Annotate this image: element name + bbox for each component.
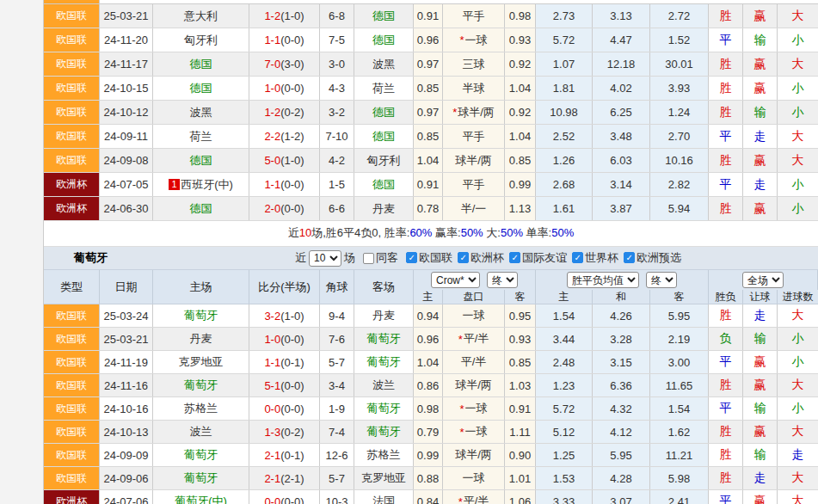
match-score: 2-1(2-1)	[249, 467, 320, 489]
away-team-name: 丹麦	[372, 201, 395, 217]
subheader-handicap-home: 主	[414, 290, 443, 304]
table-row: 欧国联 24-11-20 匈牙利 1-1(0-0) 7-5 德国 0.96 *一…	[44, 28, 818, 52]
result-goals: 小	[778, 101, 818, 124]
league-filter-checkbox[interactable]	[572, 252, 583, 263]
handicap-home-odds: 0.79	[414, 421, 443, 443]
final-odds-select-2[interactable]: 终	[646, 272, 677, 288]
league-badge: 欧国联	[44, 149, 100, 172]
result-outcome: 平	[709, 173, 743, 196]
league-name: 欧国联	[56, 355, 87, 370]
summary-segment: 50%	[461, 226, 483, 239]
result-goals: 小	[778, 351, 818, 373]
avg-odds-select[interactable]: 胜平负均值	[567, 272, 639, 288]
scope-select[interactable]: 全场	[742, 272, 784, 288]
fulltime-score: 1-1	[264, 34, 280, 46]
avg-away-odds: 5.94	[650, 197, 709, 220]
match-date: 25-03-21	[100, 328, 153, 350]
away-team-name: 匈牙利	[367, 153, 401, 169]
result-outcome: 胜	[709, 304, 743, 327]
away-team: 波兰	[354, 374, 414, 396]
match-date: 24-07-05	[100, 173, 153, 196]
league-filter-checkbox[interactable]	[406, 252, 417, 263]
league-filter-group: 欧国联欧洲杯国际友谊世界杯欧洲预选	[401, 250, 681, 267]
league-filter-checkbox[interactable]	[458, 252, 469, 263]
handicap-home-odds: 0.97	[414, 52, 443, 76]
league-filter-label: 国际友谊	[522, 250, 567, 266]
match-score: 1-2(0-2)	[249, 101, 320, 124]
germany-matches-table: 欧国联 25-03-21 意大利 1-2(1-0) 6-8 德国 0.91 平手…	[44, 4, 818, 221]
corner-count: 7-4	[320, 421, 354, 443]
home-team-name: 葡萄牙	[184, 447, 218, 463]
fulltime-score: 1-2	[264, 9, 280, 22]
table-row: 欧国联 24-10-12 波黑 1-2(0-2) 3-2 德国 0.97 *球半…	[44, 101, 818, 125]
match-score: 2-0(0-0)	[249, 197, 320, 220]
away-team-name: 葡萄牙	[367, 354, 401, 370]
match-date: 24-11-20	[100, 28, 153, 52]
home-team: 波黑	[153, 101, 249, 124]
result-goals: 大	[778, 4, 818, 28]
handicap-away-odds: 1.13	[505, 197, 536, 220]
handicap-line: 平手	[443, 125, 505, 148]
handicap-home-odds: 1.04	[414, 149, 443, 172]
subheader-handicap-line: 盘口	[443, 290, 505, 304]
result-goals: 大	[778, 467, 818, 489]
same-away-checkbox[interactable]	[363, 253, 374, 264]
avg-home-odds: 1.61	[536, 197, 593, 220]
avg-draw-odds: 6.25	[593, 101, 650, 124]
fulltime-score: 0-0	[264, 403, 280, 415]
match-score: 1-1(0-0)	[249, 173, 320, 196]
away-team-name: 德国	[372, 105, 395, 120]
halftime-score: (0-2)	[280, 106, 304, 119]
handicap-away-odds: 0.92	[505, 101, 536, 124]
away-team: 苏格兰	[354, 444, 414, 466]
league-filter: 世界杯	[567, 250, 618, 266]
league-name: 欧国联	[56, 129, 87, 144]
avg-home-odds: 5.12	[536, 421, 593, 443]
league-filter-checkbox[interactable]	[509, 252, 520, 263]
home-team: 葡萄牙(中)	[153, 490, 249, 504]
handicap-away-odds: 1.03	[505, 374, 536, 396]
handicap-text: 一球	[465, 424, 488, 439]
handicap-line: 半球	[443, 77, 505, 100]
away-team: 丹麦	[354, 197, 414, 220]
home-team: 波兰	[153, 421, 249, 443]
avg-home-odds: 1.07	[536, 52, 593, 76]
result-outcome: 平	[709, 125, 743, 148]
avg-draw-odds: 6.36	[593, 374, 650, 396]
home-team-name: 匈牙利	[184, 33, 218, 48]
league-name: 欧国联	[56, 81, 87, 95]
result-outcome: 平	[709, 28, 743, 52]
league-filter-checkbox[interactable]	[624, 252, 635, 263]
summary-segment: 单率:	[523, 226, 551, 239]
league-name: 欧国联	[56, 402, 87, 416]
result-goals: 小	[778, 397, 818, 420]
match-count-select[interactable]: 10	[309, 250, 341, 267]
fulltime-score: 3-2	[264, 310, 280, 323]
home-team: 葡萄牙	[153, 374, 249, 396]
away-team: 法国	[354, 490, 414, 504]
avg-draw-odds: 3.14	[593, 173, 650, 196]
avg-draw-odds: 3.15	[593, 351, 650, 373]
fulltime-score: 1-3	[264, 426, 280, 439]
league-filter-label: 欧国联	[419, 250, 452, 266]
handicap-home-odds: 0.85	[414, 125, 443, 148]
final-odds-select-1[interactable]: 终	[487, 272, 518, 288]
handicap-line: 平手	[443, 173, 505, 196]
result-handicap: 赢	[743, 197, 778, 220]
halftime-score: (0-0)	[280, 495, 304, 504]
home-team: 意大利	[153, 4, 249, 28]
home-team-name: 德国	[190, 57, 212, 72]
avg-away-odds: 2.72	[650, 4, 709, 28]
avg-home-odds: 2.73	[536, 4, 593, 28]
table-row: 欧洲杯 24-07-05 1西班牙(中) 1-1(0-0) 1-5 德国 0.9…	[44, 173, 818, 197]
bookmaker-select[interactable]: Crow*	[431, 272, 480, 288]
corner-count: 7-10	[320, 125, 354, 148]
result-handicap: 走	[743, 125, 778, 148]
fulltime-score: 1-2	[264, 106, 280, 119]
corner-count: 6-6	[320, 197, 354, 220]
away-team: 葡萄牙	[354, 351, 414, 373]
result-handicap: 赢	[743, 490, 778, 504]
match-score: 5-0(1-0)	[249, 149, 320, 172]
league-filter: 欧洲预选	[618, 250, 681, 266]
league-badge: 欧国联	[44, 125, 100, 148]
